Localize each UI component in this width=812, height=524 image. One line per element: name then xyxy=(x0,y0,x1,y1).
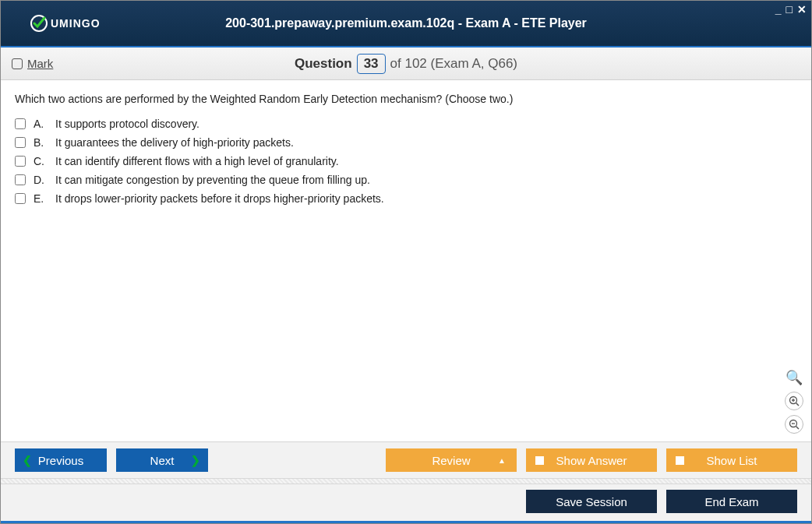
app-logo: UMINGO xyxy=(30,15,101,32)
next-button[interactable]: Next❯ xyxy=(116,448,208,472)
end-exam-button[interactable]: End Exam xyxy=(666,490,797,513)
chevron-right-icon: ❯ xyxy=(191,454,200,466)
option-checkbox[interactable] xyxy=(15,156,26,167)
window-controls: _ □ ✕ xyxy=(775,4,807,15)
window-title: 200-301.prepaway.premium.exam.102q - Exa… xyxy=(225,16,587,30)
option-letter: C. xyxy=(34,155,48,167)
question-number: 33 xyxy=(357,54,386,74)
button-label: Review xyxy=(432,454,470,467)
option-text: It drops lower-priority packets before i… xyxy=(55,192,384,205)
button-label: Show List xyxy=(706,454,757,467)
options-list: A. It supports protocol discovery. B. It… xyxy=(15,118,797,205)
option-e[interactable]: E. It drops lower-priority packets befor… xyxy=(15,192,797,205)
option-checkbox[interactable] xyxy=(15,137,26,148)
question-content: Which two actions are performed by the W… xyxy=(1,80,811,441)
show-list-button[interactable]: Show List xyxy=(666,448,797,472)
option-letter: E. xyxy=(34,192,48,205)
logo-checkmark-icon xyxy=(30,15,48,32)
divider xyxy=(1,478,811,484)
button-label: Previous xyxy=(38,454,83,467)
zoom-tools: 🔍 xyxy=(785,368,803,434)
svg-line-1 xyxy=(796,403,800,406)
chevron-left-icon: ❮ xyxy=(23,454,32,466)
previous-button[interactable]: ❮Previous xyxy=(15,448,107,472)
option-checkbox[interactable] xyxy=(15,118,26,129)
mark-label: Mark xyxy=(27,57,53,70)
triangle-up-icon: ▲ xyxy=(498,456,506,465)
session-row: Save Session End Exam xyxy=(1,484,811,521)
option-letter: D. xyxy=(34,174,48,186)
show-answer-button[interactable]: Show Answer xyxy=(526,448,657,472)
option-text: It can mitigate congestion by preventing… xyxy=(55,174,370,186)
option-d[interactable]: D. It can mitigate congestion by prevent… xyxy=(15,174,797,186)
checkbox-icon xyxy=(12,58,23,69)
option-checkbox[interactable] xyxy=(15,193,26,204)
close-icon[interactable]: ✕ xyxy=(797,4,807,15)
question-header: Mark Question 33 of 102 (Exam A, Q66) xyxy=(1,47,811,80)
option-a[interactable]: A. It supports protocol discovery. xyxy=(15,118,797,130)
title-bar: UMINGO 200-301.prepaway.premium.exam.102… xyxy=(1,1,811,47)
bottom-toolbar: ❮Previous Next❯ Review▲ Show Answer Show… xyxy=(1,441,811,521)
option-letter: B. xyxy=(34,136,48,149)
question-counter: Question 33 of 102 (Exam A, Q66) xyxy=(295,54,517,74)
footer-accent xyxy=(1,521,811,523)
question-label: Question xyxy=(295,56,352,72)
option-text: It supports protocol discovery. xyxy=(55,118,199,130)
option-b[interactable]: B. It guarantees the delivery of high-pr… xyxy=(15,136,797,149)
zoom-in-icon[interactable] xyxy=(785,392,803,410)
nav-row: ❮Previous Next❯ Review▲ Show Answer Show… xyxy=(1,442,811,478)
option-checkbox[interactable] xyxy=(15,174,26,185)
minimize-icon[interactable]: _ xyxy=(775,4,782,15)
logo-text: UMINGO xyxy=(51,17,101,30)
save-session-button[interactable]: Save Session xyxy=(526,490,657,513)
question-of-text: of 102 (Exam A, Q66) xyxy=(390,56,517,72)
button-label: Next xyxy=(150,454,175,467)
maximize-icon[interactable]: □ xyxy=(786,4,793,15)
option-c[interactable]: C. It can identify different flows with … xyxy=(15,155,797,167)
review-button[interactable]: Review▲ xyxy=(386,448,517,472)
question-text: Which two actions are performed by the W… xyxy=(15,93,797,105)
option-text: It can identify different flows with a h… xyxy=(55,155,339,167)
search-icon[interactable]: 🔍 xyxy=(785,368,803,387)
square-icon xyxy=(535,456,544,465)
zoom-out-icon[interactable] xyxy=(785,415,803,434)
mark-checkbox[interactable]: Mark xyxy=(12,57,53,70)
option-text: It guarantees the delivery of high-prior… xyxy=(55,136,294,149)
svg-line-5 xyxy=(796,427,800,430)
option-letter: A. xyxy=(34,118,48,130)
button-label: Show Answer xyxy=(556,454,627,467)
square-icon xyxy=(676,456,684,465)
